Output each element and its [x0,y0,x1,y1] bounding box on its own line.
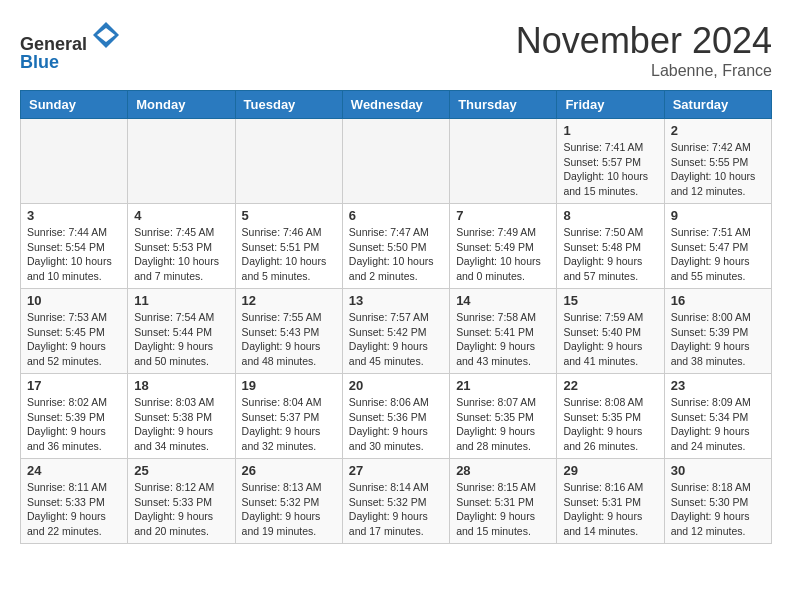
day-info: Sunrise: 7:50 AM Sunset: 5:48 PM Dayligh… [563,225,657,284]
day-info: Sunrise: 7:55 AM Sunset: 5:43 PM Dayligh… [242,310,336,369]
calendar-cell: 21Sunrise: 8:07 AM Sunset: 5:35 PM Dayli… [450,374,557,459]
calendar-cell: 12Sunrise: 7:55 AM Sunset: 5:43 PM Dayli… [235,289,342,374]
day-info: Sunrise: 8:13 AM Sunset: 5:32 PM Dayligh… [242,480,336,539]
day-info: Sunrise: 8:02 AM Sunset: 5:39 PM Dayligh… [27,395,121,454]
day-number: 29 [563,463,657,478]
calendar-week-row: 24Sunrise: 8:11 AM Sunset: 5:33 PM Dayli… [21,459,772,544]
page-header: General Blue November 2024 Labenne, Fran… [20,20,772,80]
day-info: Sunrise: 7:47 AM Sunset: 5:50 PM Dayligh… [349,225,443,284]
day-info: Sunrise: 7:45 AM Sunset: 5:53 PM Dayligh… [134,225,228,284]
day-info: Sunrise: 7:42 AM Sunset: 5:55 PM Dayligh… [671,140,765,199]
day-number: 2 [671,123,765,138]
title-block: November 2024 Labenne, France [516,20,772,80]
calendar-cell: 28Sunrise: 8:15 AM Sunset: 5:31 PM Dayli… [450,459,557,544]
day-info: Sunrise: 7:49 AM Sunset: 5:49 PM Dayligh… [456,225,550,284]
calendar-cell: 6Sunrise: 7:47 AM Sunset: 5:50 PM Daylig… [342,204,449,289]
calendar-cell: 3Sunrise: 7:44 AM Sunset: 5:54 PM Daylig… [21,204,128,289]
calendar-cell: 29Sunrise: 8:16 AM Sunset: 5:31 PM Dayli… [557,459,664,544]
weekday-header: Monday [128,91,235,119]
calendar-cell: 26Sunrise: 8:13 AM Sunset: 5:32 PM Dayli… [235,459,342,544]
day-number: 8 [563,208,657,223]
day-number: 18 [134,378,228,393]
header-row: SundayMondayTuesdayWednesdayThursdayFrid… [21,91,772,119]
calendar-cell: 30Sunrise: 8:18 AM Sunset: 5:30 PM Dayli… [664,459,771,544]
day-info: Sunrise: 8:06 AM Sunset: 5:36 PM Dayligh… [349,395,443,454]
calendar-cell: 1Sunrise: 7:41 AM Sunset: 5:57 PM Daylig… [557,119,664,204]
day-number: 12 [242,293,336,308]
calendar-cell: 11Sunrise: 7:54 AM Sunset: 5:44 PM Dayli… [128,289,235,374]
calendar-cell: 5Sunrise: 7:46 AM Sunset: 5:51 PM Daylig… [235,204,342,289]
calendar-cell: 15Sunrise: 7:59 AM Sunset: 5:40 PM Dayli… [557,289,664,374]
calendar-header: SundayMondayTuesdayWednesdayThursdayFrid… [21,91,772,119]
day-number: 27 [349,463,443,478]
day-info: Sunrise: 7:41 AM Sunset: 5:57 PM Dayligh… [563,140,657,199]
day-info: Sunrise: 7:46 AM Sunset: 5:51 PM Dayligh… [242,225,336,284]
day-info: Sunrise: 8:03 AM Sunset: 5:38 PM Dayligh… [134,395,228,454]
calendar-cell: 4Sunrise: 7:45 AM Sunset: 5:53 PM Daylig… [128,204,235,289]
day-number: 16 [671,293,765,308]
weekday-header: Saturday [664,91,771,119]
day-info: Sunrise: 7:57 AM Sunset: 5:42 PM Dayligh… [349,310,443,369]
calendar-week-row: 10Sunrise: 7:53 AM Sunset: 5:45 PM Dayli… [21,289,772,374]
calendar-cell: 25Sunrise: 8:12 AM Sunset: 5:33 PM Dayli… [128,459,235,544]
calendar-cell: 27Sunrise: 8:14 AM Sunset: 5:32 PM Dayli… [342,459,449,544]
day-number: 15 [563,293,657,308]
day-number: 20 [349,378,443,393]
day-number: 5 [242,208,336,223]
day-number: 17 [27,378,121,393]
day-number: 21 [456,378,550,393]
calendar-cell: 10Sunrise: 7:53 AM Sunset: 5:45 PM Dayli… [21,289,128,374]
day-number: 3 [27,208,121,223]
day-info: Sunrise: 8:09 AM Sunset: 5:34 PM Dayligh… [671,395,765,454]
day-info: Sunrise: 8:08 AM Sunset: 5:35 PM Dayligh… [563,395,657,454]
weekday-header: Thursday [450,91,557,119]
day-number: 30 [671,463,765,478]
day-number: 23 [671,378,765,393]
location: Labenne, France [516,62,772,80]
calendar-week-row: 1Sunrise: 7:41 AM Sunset: 5:57 PM Daylig… [21,119,772,204]
weekday-header: Wednesday [342,91,449,119]
day-number: 6 [349,208,443,223]
day-number: 19 [242,378,336,393]
day-info: Sunrise: 8:15 AM Sunset: 5:31 PM Dayligh… [456,480,550,539]
calendar-cell: 19Sunrise: 8:04 AM Sunset: 5:37 PM Dayli… [235,374,342,459]
calendar-cell: 22Sunrise: 8:08 AM Sunset: 5:35 PM Dayli… [557,374,664,459]
calendar-cell: 2Sunrise: 7:42 AM Sunset: 5:55 PM Daylig… [664,119,771,204]
day-number: 11 [134,293,228,308]
day-info: Sunrise: 8:18 AM Sunset: 5:30 PM Dayligh… [671,480,765,539]
calendar-cell: 8Sunrise: 7:50 AM Sunset: 5:48 PM Daylig… [557,204,664,289]
weekday-header: Friday [557,91,664,119]
calendar-cell [235,119,342,204]
day-number: 7 [456,208,550,223]
calendar-week-row: 3Sunrise: 7:44 AM Sunset: 5:54 PM Daylig… [21,204,772,289]
day-number: 28 [456,463,550,478]
day-info: Sunrise: 8:14 AM Sunset: 5:32 PM Dayligh… [349,480,443,539]
calendar-cell [128,119,235,204]
calendar-cell: 14Sunrise: 7:58 AM Sunset: 5:41 PM Dayli… [450,289,557,374]
day-info: Sunrise: 7:59 AM Sunset: 5:40 PM Dayligh… [563,310,657,369]
day-info: Sunrise: 8:00 AM Sunset: 5:39 PM Dayligh… [671,310,765,369]
calendar-body: 1Sunrise: 7:41 AM Sunset: 5:57 PM Daylig… [21,119,772,544]
day-number: 10 [27,293,121,308]
day-number: 4 [134,208,228,223]
day-number: 25 [134,463,228,478]
day-info: Sunrise: 8:04 AM Sunset: 5:37 PM Dayligh… [242,395,336,454]
calendar-cell: 24Sunrise: 8:11 AM Sunset: 5:33 PM Dayli… [21,459,128,544]
weekday-header: Tuesday [235,91,342,119]
day-info: Sunrise: 8:16 AM Sunset: 5:31 PM Dayligh… [563,480,657,539]
logo-icon [91,20,121,50]
weekday-header: Sunday [21,91,128,119]
day-info: Sunrise: 8:12 AM Sunset: 5:33 PM Dayligh… [134,480,228,539]
calendar-cell: 20Sunrise: 8:06 AM Sunset: 5:36 PM Dayli… [342,374,449,459]
calendar-cell [450,119,557,204]
day-number: 24 [27,463,121,478]
day-info: Sunrise: 7:51 AM Sunset: 5:47 PM Dayligh… [671,225,765,284]
day-info: Sunrise: 7:53 AM Sunset: 5:45 PM Dayligh… [27,310,121,369]
day-number: 22 [563,378,657,393]
calendar-cell: 9Sunrise: 7:51 AM Sunset: 5:47 PM Daylig… [664,204,771,289]
day-number: 14 [456,293,550,308]
day-info: Sunrise: 8:07 AM Sunset: 5:35 PM Dayligh… [456,395,550,454]
calendar-cell: 7Sunrise: 7:49 AM Sunset: 5:49 PM Daylig… [450,204,557,289]
calendar-cell [21,119,128,204]
logo-blue: Blue [20,52,59,72]
